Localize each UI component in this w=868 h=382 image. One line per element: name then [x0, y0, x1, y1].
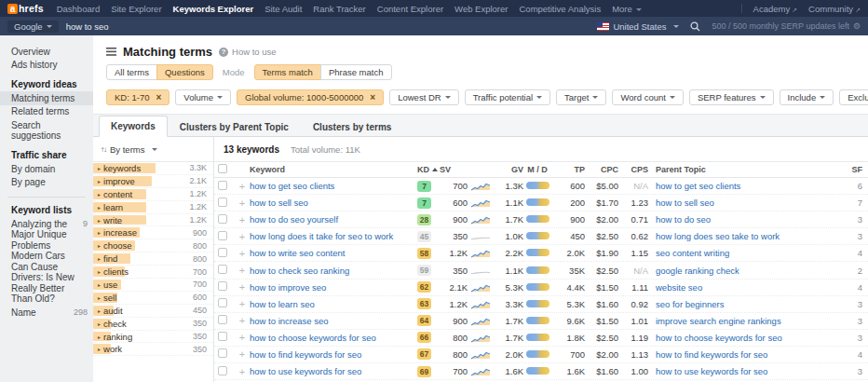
country-select[interactable]: United States: [597, 21, 679, 32]
sidebar-item-overview[interactable]: Overview: [0, 45, 93, 59]
filter-kd-1-70[interactable]: KD: 1-70×: [106, 89, 170, 105]
tab-clusters-by-terms[interactable]: Clusters by terms: [301, 116, 403, 137]
expand-arrow-icon[interactable]: ▸: [98, 165, 101, 171]
expand-arrow-icon[interactable]: ▸: [98, 307, 101, 314]
term-row-learn[interactable]: ▸learn1.2K: [93, 201, 213, 214]
sidebar-item-by-domain[interactable]: By domain: [0, 162, 93, 176]
expand-arrow-icon[interactable]: ▸: [98, 204, 101, 211]
col-sv[interactable]: SV: [440, 165, 468, 174]
expand-arrow-icon[interactable]: ▸: [98, 321, 101, 327]
add-to-list-button[interactable]: +: [235, 366, 250, 377]
term-row-ranking[interactable]: ▸ranking350: [93, 331, 213, 344]
nav-item-site-explorer[interactable]: Site Explorer: [111, 4, 161, 14]
sidebar-item-by-page[interactable]: By page: [0, 176, 93, 190]
expand-arrow-icon[interactable]: ▸: [98, 346, 101, 352]
nav-link-community[interactable]: Community↗: [808, 4, 861, 14]
filter-exclude[interactable]: Exclude: [839, 89, 868, 105]
row-checkbox[interactable]: [218, 231, 227, 240]
term-row-work[interactable]: ▸work350: [93, 343, 213, 356]
expand-arrow-icon[interactable]: ▸: [98, 217, 101, 224]
sidebar-item-analyzing-the-major-unique-pro[interactable]: Analyzing the Major Unique Problems Mode…: [0, 217, 93, 306]
add-to-list-button[interactable]: +: [235, 315, 250, 326]
keyword-link[interactable]: how to write seo content: [250, 248, 417, 258]
term-row-audit[interactable]: ▸audit450: [93, 305, 213, 318]
parent-topic-link[interactable]: how to find keywords for seo: [656, 349, 767, 360]
term-row-sell[interactable]: ▸sell600: [93, 292, 213, 305]
mode-tab-questions[interactable]: Questions: [156, 64, 213, 80]
add-to-list-button[interactable]: +: [235, 181, 250, 192]
row-checkbox[interactable]: [218, 332, 227, 341]
parent-topic-link[interactable]: seo for beginners: [656, 299, 724, 309]
filter-global-volume-1000-5000000[interactable]: Global volume: 1000-5000000×: [237, 89, 384, 105]
add-to-list-button[interactable]: +: [235, 348, 250, 360]
keyword-link[interactable]: how to do seo yourself: [250, 214, 417, 225]
nav-item-rank-tracker[interactable]: Rank Tracker: [313, 4, 366, 14]
col-gv[interactable]: GV: [494, 165, 523, 174]
row-checkbox[interactable]: [218, 265, 227, 274]
nav-item-keywords-explorer[interactable]: Keywords Explorer: [173, 4, 254, 14]
mode-tab-all-terms[interactable]: All terms: [106, 64, 157, 80]
add-to-list-button[interactable]: +: [235, 298, 250, 309]
parent-topic-link[interactable]: seo content writing: [656, 248, 729, 258]
add-to-list-button[interactable]: +: [235, 214, 250, 225]
col-kd[interactable]: KD: [417, 165, 440, 174]
nav-item-web-explorer[interactable]: Web Explorer: [454, 4, 508, 14]
parent-topic-link[interactable]: google ranking check: [656, 266, 739, 276]
sidebar-item-matching-terms[interactable]: Matching terms: [0, 91, 93, 105]
filter-traffic-potential[interactable]: Traffic potential: [465, 89, 550, 105]
parent-topic-link[interactable]: improve search engine rankings: [656, 316, 781, 326]
row-checkbox[interactable]: [218, 366, 227, 375]
add-to-list-button[interactable]: +: [235, 231, 250, 242]
row-checkbox[interactable]: [218, 248, 227, 257]
parent-topic-link[interactable]: how to use keywords for seo: [656, 366, 767, 376]
add-to-list-button[interactable]: +: [235, 265, 250, 276]
expand-arrow-icon[interactable]: ▸: [98, 334, 101, 340]
mode-tab-phrase-match[interactable]: Phrase match: [320, 64, 392, 80]
filter-lowest-dr[interactable]: Lowest DR: [389, 89, 458, 105]
expand-arrow-icon[interactable]: ▸: [98, 281, 101, 288]
add-to-list-button[interactable]: +: [235, 248, 250, 259]
add-to-list-button[interactable]: +: [235, 198, 250, 209]
term-row-content[interactable]: ▸content1.2K: [93, 188, 213, 201]
filter-word-count[interactable]: Word count: [612, 89, 683, 105]
parent-topic-link[interactable]: how to get seo clients: [656, 181, 740, 191]
parent-topic-link[interactable]: how long does seo take to work: [656, 231, 780, 241]
term-row-choose[interactable]: ▸choose800: [93, 239, 213, 252]
keyword-link[interactable]: how to find keywords for seo: [250, 349, 417, 360]
expand-arrow-icon[interactable]: ▸: [98, 255, 101, 262]
expand-arrow-icon[interactable]: ▸: [98, 229, 101, 236]
keyword-link[interactable]: how to use keywords for seo: [250, 366, 417, 376]
sidebar-item-ads-history[interactable]: Ads history: [0, 59, 93, 73]
filter-volume[interactable]: Volume: [175, 89, 231, 105]
col-sf[interactable]: SF: [838, 165, 862, 174]
keyword-link[interactable]: how long does it take for seo to work: [250, 231, 417, 241]
sidebar-item-name[interactable]: Name298: [0, 306, 93, 320]
col-keyword[interactable]: Keyword: [250, 165, 417, 174]
search-engine-select[interactable]: Google: [7, 20, 59, 33]
term-row-check[interactable]: ▸check350: [93, 318, 213, 331]
menu-icon[interactable]: [106, 48, 116, 56]
add-to-list-button[interactable]: +: [235, 332, 250, 343]
row-checkbox[interactable]: [218, 198, 227, 207]
row-checkbox[interactable]: [218, 298, 227, 307]
row-checkbox[interactable]: [218, 348, 227, 358]
keyword-link[interactable]: how to get seo clients: [250, 181, 417, 191]
term-row-clients[interactable]: ▸clients700: [93, 266, 213, 279]
sidebar-item-search-suggestions[interactable]: Search suggestions: [0, 118, 93, 143]
search-button[interactable]: [686, 21, 704, 32]
filter-target[interactable]: Target: [556, 89, 606, 105]
row-checkbox[interactable]: [218, 214, 227, 224]
close-icon[interactable]: ×: [156, 92, 162, 102]
nav-item-content-explorer[interactable]: Content Explorer: [377, 4, 443, 14]
keyword-link[interactable]: how to check seo ranking: [250, 266, 417, 276]
expand-arrow-icon[interactable]: ▸: [98, 268, 101, 275]
expand-arrow-icon[interactable]: ▸: [98, 191, 101, 198]
nav-item-dashboard[interactable]: Dashboard: [57, 4, 100, 14]
filter-serp-features[interactable]: SERP features: [689, 89, 774, 105]
row-checkbox[interactable]: [218, 181, 227, 190]
parent-topic-link[interactable]: how to do seo: [656, 214, 711, 225]
term-row-improve[interactable]: ▸improve2.1K: [93, 175, 213, 188]
col-cps[interactable]: CPS: [618, 165, 648, 174]
col-cpc[interactable]: CPC: [585, 165, 618, 174]
keyword-link[interactable]: how to sell seo: [250, 198, 417, 208]
